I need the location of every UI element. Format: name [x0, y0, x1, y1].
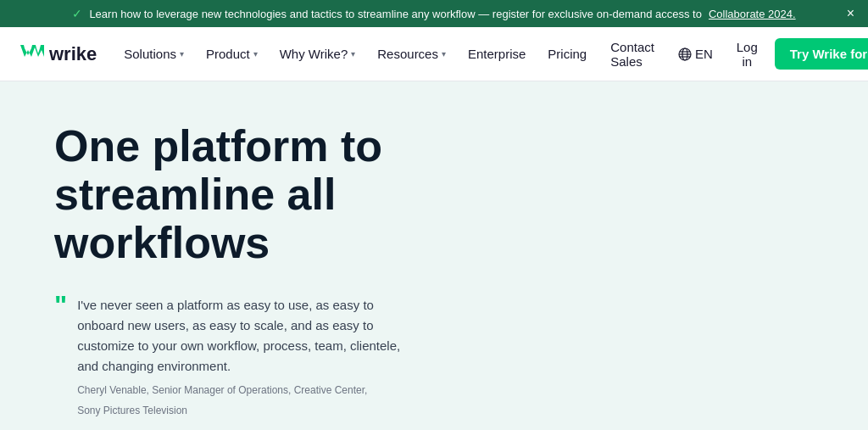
logo-text: wrike — [49, 43, 97, 65]
wrike-logo-icon — [20, 45, 44, 64]
solutions-chevron-icon: ▾ — [180, 49, 184, 59]
quote-attribution-line2: Sony Pictures Television — [77, 404, 410, 418]
testimonial-quote: " I've never seen a platform as easy to … — [54, 295, 410, 419]
pricing-label: Pricing — [548, 47, 587, 61]
globe-icon — [678, 47, 692, 61]
logo-link[interactable]: wrike — [20, 43, 97, 65]
contact-sales-link[interactable]: Contact Sales — [600, 33, 665, 75]
why-wrike-chevron-icon: ▾ — [351, 49, 355, 59]
checkmark-icon: ✓ — [72, 7, 82, 20]
solutions-label: Solutions — [124, 47, 176, 61]
banner-text: Learn how to leverage new technologies a… — [89, 8, 702, 20]
resources-chevron-icon: ▾ — [442, 49, 446, 59]
nav-pricing[interactable]: Pricing — [537, 40, 597, 68]
quote-attribution-line1: Cheryl Venable, Senior Manager of Operat… — [77, 383, 410, 398]
hero-title: One platform to streamline all workflows — [54, 122, 454, 268]
nav-items: Solutions ▾ Product ▾ Why Wrike? ▾ Resou… — [114, 40, 597, 68]
try-wrike-free-nav-button[interactable]: Try Wrike for free — [775, 38, 868, 70]
quote-text: I've never seen a platform as easy to us… — [77, 295, 410, 377]
nav-resources[interactable]: Resources ▾ — [367, 40, 456, 68]
hero-section: One platform to streamline all workflows… — [0, 81, 509, 430]
why-wrike-label: Why Wrike? — [280, 47, 348, 61]
navbar: wrike Solutions ▾ Product ▾ Why Wrike? ▾… — [0, 27, 868, 81]
nav-why-wrike[interactable]: Why Wrike? ▾ — [270, 40, 366, 68]
product-chevron-icon: ▾ — [253, 49, 258, 59]
nav-solutions[interactable]: Solutions ▾ — [114, 40, 194, 68]
banner-link[interactable]: Collaborate 2024. — [709, 8, 796, 20]
banner-close-button[interactable]: × — [847, 7, 854, 20]
announcement-banner: ✓ Learn how to leverage new technologies… — [0, 0, 868, 27]
lang-label: EN — [695, 47, 713, 61]
resources-label: Resources — [377, 47, 438, 61]
product-label: Product — [206, 47, 250, 61]
quote-content: I've never seen a platform as easy to us… — [77, 295, 410, 419]
nav-enterprise[interactable]: Enterprise — [458, 40, 536, 68]
login-button[interactable]: Log in — [726, 33, 768, 75]
nav-product[interactable]: Product ▾ — [196, 40, 268, 68]
enterprise-label: Enterprise — [468, 47, 526, 61]
nav-right: Contact Sales EN Log in Try Wrike for fr… — [600, 33, 868, 75]
language-selector[interactable]: EN — [671, 40, 720, 68]
quote-mark-icon: " — [54, 292, 67, 419]
